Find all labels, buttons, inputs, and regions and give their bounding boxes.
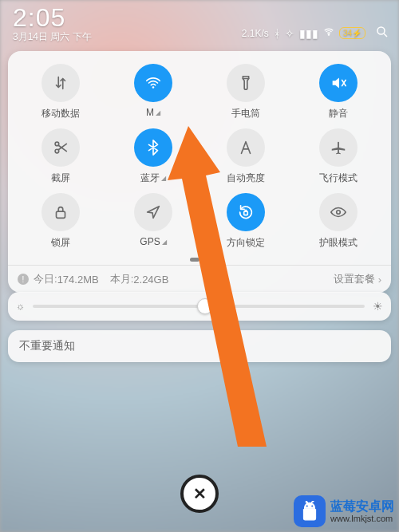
- svg-point-1: [377, 27, 385, 34]
- status-bar: 2:05 3月14日 周六 下午 2.1K/s ᚼ ✧ ▮▮▮ 34⚡: [0, 0, 399, 46]
- low-priority-card[interactable]: 不重要通知: [8, 330, 391, 362]
- mute-icon[interactable]: [319, 64, 358, 102]
- tile-mobile-data[interactable]: 移动数据: [14, 61, 107, 124]
- month-label: 本月:: [110, 272, 134, 286]
- close-icon: ✕: [193, 484, 207, 503]
- brightness-thumb[interactable]: [197, 298, 213, 314]
- svg-point-2: [152, 86, 155, 89]
- gps-icon[interactable]: [134, 193, 172, 231]
- today-label: 今日:: [34, 272, 57, 286]
- close-button[interactable]: ✕: [180, 475, 219, 513]
- bluetooth-status-icon: ᚼ: [274, 27, 280, 40]
- svg-point-0: [328, 34, 329, 35]
- tile-label: 护眼模式: [319, 236, 358, 250]
- mini-signal-icon: ◢: [162, 238, 167, 246]
- tile-auto-brightness[interactable]: 自动亮度: [200, 125, 292, 188]
- net-speed: 2.1K/s: [242, 28, 269, 39]
- svg-rect-5: [57, 211, 65, 218]
- page-indicator: [8, 254, 391, 265]
- airplane-icon[interactable]: [319, 128, 358, 167]
- tile-wifi[interactable]: M◢: [107, 61, 200, 124]
- svg-rect-6: [244, 211, 248, 215]
- plan-label[interactable]: 设置套餐: [334, 272, 375, 286]
- quick-settings-panel: 移动数据M◢手电筒静音截屏蓝牙◢自动亮度飞行模式锁屏GPS◢方向锁定护眼模式 !…: [8, 51, 391, 293]
- tile-label: 蓝牙◢: [140, 171, 166, 185]
- tile-gps[interactable]: GPS◢: [107, 190, 200, 253]
- month-value: 2.24GB: [133, 274, 168, 286]
- tiles-grid: 移动数据M◢手电筒静音截屏蓝牙◢自动亮度飞行模式锁屏GPS◢方向锁定护眼模式: [8, 56, 391, 254]
- tile-label: 锁屏: [51, 236, 70, 250]
- mobile-data-icon[interactable]: [41, 64, 80, 102]
- low-priority-label: 不重要通知: [19, 339, 75, 353]
- mini-signal-icon: ◢: [161, 175, 166, 182]
- svg-point-9: [306, 505, 308, 506]
- status-time: 2:05: [13, 5, 92, 30]
- brightness-slider[interactable]: ☼ ☀: [8, 292, 391, 321]
- brightness-low-icon: ☼: [16, 301, 25, 312]
- tile-label: 方向锁定: [227, 236, 265, 250]
- tile-screenshot[interactable]: 截屏: [14, 125, 107, 188]
- lockscreen-icon[interactable]: [41, 193, 80, 231]
- battery-indicator: 34⚡: [339, 27, 365, 39]
- svg-point-10: [311, 505, 313, 506]
- tile-label: 移动数据: [41, 107, 80, 120]
- status-date: 3月14日 周六 下午: [13, 32, 92, 41]
- screenshot-icon[interactable]: [41, 128, 80, 167]
- flashlight-icon[interactable]: [227, 64, 265, 102]
- watermark-title: 蓝莓安卓网: [330, 499, 394, 514]
- tile-label: 手电筒: [231, 107, 260, 120]
- mini-signal-icon: ◢: [156, 109, 160, 116]
- rotation-lock-icon[interactable]: [227, 193, 265, 231]
- watermark-url: www.lmkjst.com: [330, 514, 394, 523]
- data-usage-row[interactable]: ! 今日: 174.2MB 本月: 2.24GB 设置套餐 ›: [8, 265, 391, 293]
- brightness-track[interactable]: [33, 305, 365, 308]
- wifi-icon[interactable]: [134, 64, 172, 102]
- tile-label: M◢: [146, 107, 160, 118]
- search-icon[interactable]: [375, 25, 389, 41]
- watermark-logo-icon: [294, 495, 326, 527]
- tile-eye-comfort[interactable]: 护眼模式: [292, 190, 385, 253]
- tile-airplane[interactable]: 飞行模式: [292, 125, 385, 188]
- tile-label: 静音: [329, 107, 348, 120]
- watermark: 蓝莓安卓网 www.lmkjst.com: [294, 495, 394, 527]
- auto-brightness-icon[interactable]: [227, 128, 265, 167]
- svg-point-7: [337, 211, 341, 215]
- tile-flashlight[interactable]: 手电筒: [200, 61, 292, 124]
- wifi-status-icon: [323, 26, 334, 40]
- tile-label: 飞行模式: [319, 171, 358, 185]
- tile-label: 截屏: [51, 171, 70, 185]
- chevron-right-icon: ›: [378, 274, 381, 286]
- bluetooth-icon[interactable]: [134, 128, 172, 167]
- info-icon: !: [18, 274, 29, 285]
- tile-rotation-lock[interactable]: 方向锁定: [200, 190, 292, 253]
- today-value: 174.2MB: [57, 274, 99, 286]
- signal-icon: ▮▮▮: [299, 27, 318, 40]
- tile-lockscreen[interactable]: 锁屏: [14, 190, 107, 253]
- eye-comfort-icon[interactable]: [319, 193, 358, 231]
- tile-mute[interactable]: 静音: [292, 61, 385, 124]
- vibrate-status-icon: ✧: [285, 27, 294, 40]
- brightness-high-icon: ☀: [373, 300, 383, 313]
- tile-label: GPS◢: [140, 236, 166, 247]
- tile-label: 自动亮度: [227, 171, 265, 185]
- tile-bluetooth[interactable]: 蓝牙◢: [107, 125, 200, 188]
